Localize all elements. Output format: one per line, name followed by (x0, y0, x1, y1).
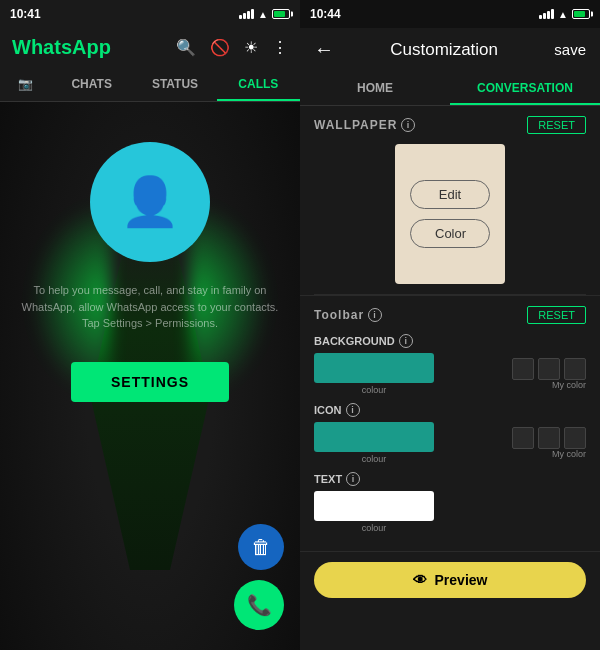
back-button[interactable]: ← (314, 38, 334, 61)
icon-color-options: colour My color (314, 422, 586, 464)
contact-icon: 👤 (120, 174, 180, 230)
signal-icon (239, 9, 254, 19)
battery-icon (272, 9, 290, 19)
toolbar-info-icon[interactable]: i (368, 308, 382, 322)
wallpaper-section: WALLPAPER i RESET Edit Color (300, 106, 600, 294)
right-header: ← Customization save (300, 28, 600, 71)
tab-status[interactable]: STATUS (133, 67, 216, 101)
fab-delete-button[interactable]: 🗑 (238, 524, 284, 570)
background-colour-label: colour (314, 385, 434, 395)
background-info-icon[interactable]: i (399, 334, 413, 348)
preview-bar: 👁 Preview (300, 551, 600, 608)
background-my-color-label: My color (512, 380, 586, 390)
search-icon[interactable]: 🔍 (176, 38, 196, 57)
toolbar-header: Toolbar i RESET (314, 306, 586, 324)
delete-icon: 🗑 (251, 536, 271, 559)
eye-icon: 👁 (413, 572, 427, 588)
signal-icon-right (539, 9, 554, 19)
icon-custom-swatch-2[interactable] (538, 427, 560, 449)
time-right: 10:44 (310, 7, 341, 21)
icon-my-colors (512, 427, 586, 449)
background-my-colors (512, 358, 586, 380)
tab-camera[interactable]: 📷 (0, 67, 50, 101)
icon-custom-swatch-1[interactable] (512, 427, 534, 449)
toolbar-section: Toolbar i RESET BACKGROUND i colour (300, 295, 600, 551)
tab-conversation[interactable]: CONVERSATION (450, 71, 600, 105)
preview-button[interactable]: 👁 Preview (314, 562, 586, 598)
save-button[interactable]: save (554, 41, 586, 58)
customization-title: Customization (390, 40, 498, 60)
status-bar-right: 10:44 ▲ (300, 0, 600, 28)
time-left: 10:41 (10, 7, 41, 21)
battery-icon-right (572, 9, 590, 19)
tabs-bar: 📷 CHATS STATUS CALLS (0, 67, 300, 102)
left-content: 👤 To help you message, call, and stay in… (0, 102, 300, 402)
brightness-icon[interactable]: ☀ (244, 38, 258, 57)
background-color-row: BACKGROUND i colour My color (314, 334, 586, 395)
icon-label: ICON i (314, 403, 586, 417)
text-label: TEXT i (314, 472, 586, 486)
app-title: WhatsApp (12, 36, 111, 59)
status-bar-left: 10:41 ▲ (0, 0, 300, 28)
icon-colour-label: colour (314, 454, 434, 464)
status-icons-left: ▲ (239, 9, 290, 20)
icon-info-icon[interactable]: i (346, 403, 360, 417)
battery-fill-right (574, 11, 585, 17)
tab-home[interactable]: HOME (300, 71, 450, 105)
wifi-icon: ▲ (258, 9, 268, 20)
icon-custom-swatch-3[interactable] (564, 427, 586, 449)
battery-fill (274, 11, 285, 17)
background-color-swatch[interactable] (314, 353, 434, 383)
wallpaper-label: WALLPAPER i (314, 118, 415, 132)
wallpaper-edit-button[interactable]: Edit (410, 180, 490, 209)
info-text: To help you message, call, and stay in f… (0, 282, 300, 332)
app-header: WhatsApp 🔍 🚫 ☀ ⋮ (0, 28, 300, 67)
background-custom-swatch-3[interactable] (564, 358, 586, 380)
wallpaper-header: WALLPAPER i RESET (314, 116, 586, 134)
settings-button[interactable]: SETTINGS (71, 362, 229, 402)
right-tabs: HOME CONVERSATION (300, 71, 600, 106)
icon-color-swatch[interactable] (314, 422, 434, 452)
toolbar-label: Toolbar i (314, 308, 382, 322)
icon-my-color-label: My color (512, 449, 586, 459)
text-color-options: colour (314, 491, 586, 533)
wifi-icon-right: ▲ (558, 9, 568, 20)
text-info-icon[interactable]: i (346, 472, 360, 486)
background-custom-swatch-2[interactable] (538, 358, 560, 380)
background-custom-swatch-1[interactable] (512, 358, 534, 380)
text-colour-label: colour (314, 523, 434, 533)
fab-call-button[interactable]: 📞 (234, 580, 284, 630)
icon-color-row: ICON i colour My color (314, 403, 586, 464)
header-icons: 🔍 🚫 ☀ ⋮ (176, 38, 288, 57)
wallpaper-info-icon[interactable]: i (401, 118, 415, 132)
left-panel: 10:41 ▲ WhatsApp 🔍 🚫 ☀ ⋮ 📷 CHATS (0, 0, 300, 650)
right-panel: 10:44 ▲ ← Customization save HOME CONVER… (300, 0, 600, 650)
call-icon: 📞 (247, 593, 272, 617)
tab-chats[interactable]: CHATS (50, 67, 133, 101)
background-label: BACKGROUND i (314, 334, 586, 348)
video-off-icon[interactable]: 🚫 (210, 38, 230, 57)
toolbar-reset-button[interactable]: RESET (527, 306, 586, 324)
wallpaper-color-button[interactable]: Color (410, 219, 490, 248)
wallpaper-preview: Edit Color (395, 144, 505, 284)
wallpaper-reset-button[interactable]: RESET (527, 116, 586, 134)
status-icons-right: ▲ (539, 9, 590, 20)
text-color-row: TEXT i colour (314, 472, 586, 533)
avatar-circle: 👤 (90, 142, 210, 262)
text-color-swatch[interactable] (314, 491, 434, 521)
background-color-options: colour My color (314, 353, 586, 395)
tab-calls[interactable]: CALLS (217, 67, 300, 101)
more-options-icon[interactable]: ⋮ (272, 38, 288, 57)
